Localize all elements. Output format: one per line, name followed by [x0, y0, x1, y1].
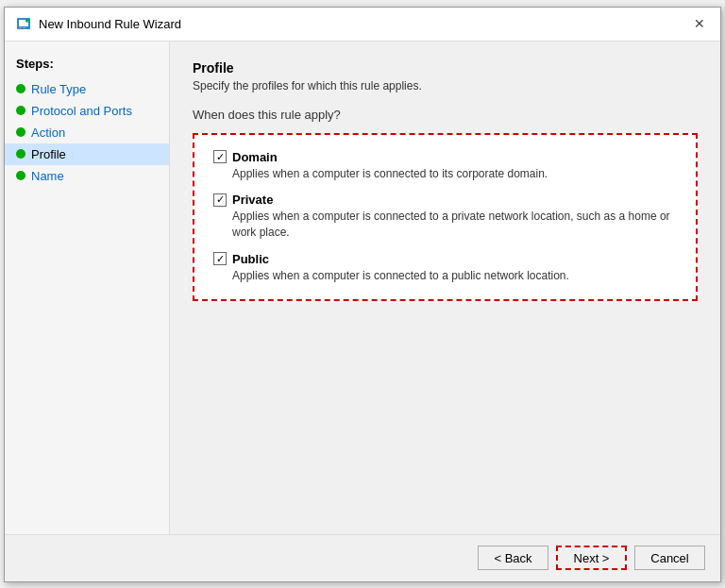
- sidebar-label-protocol-ports: Protocol and Ports: [31, 104, 132, 118]
- close-button[interactable]: ✕: [690, 14, 709, 33]
- main-area: When does this rule apply? Domain Applie…: [193, 108, 698, 515]
- step-indicator-rule-type: [16, 84, 25, 93]
- dialog-body: Steps: Rule Type Protocol and Ports Acti…: [5, 42, 720, 534]
- page-title: Profile: [193, 60, 698, 76]
- profile-option-private-header: Private: [213, 193, 677, 207]
- sidebar-label-action: Action: [31, 126, 65, 140]
- sidebar-item-action[interactable]: Action: [5, 122, 169, 143]
- sidebar-item-rule-type[interactable]: Rule Type: [5, 78, 169, 100]
- back-button[interactable]: < Back: [478, 546, 548, 570]
- profile-option-domain-header: Domain: [213, 150, 677, 164]
- sidebar-label-name: Name: [31, 169, 64, 183]
- sidebar-label-profile: Profile: [31, 147, 66, 161]
- svg-rect-3: [23, 27, 25, 28]
- page-header: Profile Specify the profiles for which t…: [193, 60, 698, 92]
- step-indicator-profile: [16, 149, 25, 159]
- checkbox-domain[interactable]: [213, 150, 227, 163]
- profile-option-private: Private Applies when a computer is conne…: [213, 193, 677, 241]
- wizard-icon: ✓: [16, 16, 31, 31]
- page-subtitle: Specify the profiles for which this rule…: [193, 79, 698, 92]
- sidebar: Steps: Rule Type Protocol and Ports Acti…: [5, 42, 170, 534]
- option-title-public: Public: [232, 252, 269, 266]
- dialog-title: New Inbound Rule Wizard: [39, 17, 181, 31]
- next-button[interactable]: Next >: [556, 546, 627, 570]
- cancel-button[interactable]: Cancel: [634, 546, 705, 570]
- step-indicator-action: [16, 127, 25, 137]
- main-content: Profile Specify the profiles for which t…: [170, 42, 720, 534]
- title-bar-left: ✓ New Inbound Rule Wizard: [16, 16, 181, 31]
- sidebar-item-profile[interactable]: Profile: [5, 143, 169, 165]
- title-bar: ✓ New Inbound Rule Wizard ✕: [5, 8, 720, 42]
- checkbox-public[interactable]: [213, 252, 227, 265]
- sidebar-label-rule-type: Rule Type: [31, 82, 86, 96]
- question-label: When does this rule apply?: [193, 108, 698, 122]
- dialog-window: ✓ New Inbound Rule Wizard ✕ Steps: Rule …: [4, 7, 721, 582]
- sidebar-item-protocol-ports[interactable]: Protocol and Ports: [5, 100, 169, 122]
- profile-option-domain: Domain Applies when a computer is connec…: [213, 150, 677, 182]
- sidebar-item-name[interactable]: Name: [5, 165, 169, 187]
- profile-option-public: Public Applies when a computer is connec…: [213, 252, 677, 284]
- option-title-private: Private: [232, 193, 273, 207]
- option-desc-public: Applies when a computer is connected to …: [232, 268, 677, 284]
- option-desc-private: Applies when a computer is connected to …: [232, 209, 677, 241]
- profile-option-public-header: Public: [213, 252, 677, 266]
- checkbox-private[interactable]: [213, 193, 227, 207]
- steps-label: Steps:: [5, 53, 169, 78]
- option-title-domain: Domain: [232, 150, 278, 164]
- step-indicator-name: [16, 171, 25, 180]
- svg-text:✓: ✓: [26, 20, 29, 24]
- svg-rect-2: [19, 27, 22, 28]
- option-desc-domain: Applies when a computer is connected to …: [232, 166, 677, 182]
- profile-options-box: Domain Applies when a computer is connec…: [193, 133, 698, 301]
- step-indicator-protocol-ports: [16, 106, 25, 115]
- footer: < Back Next > Cancel: [5, 534, 720, 581]
